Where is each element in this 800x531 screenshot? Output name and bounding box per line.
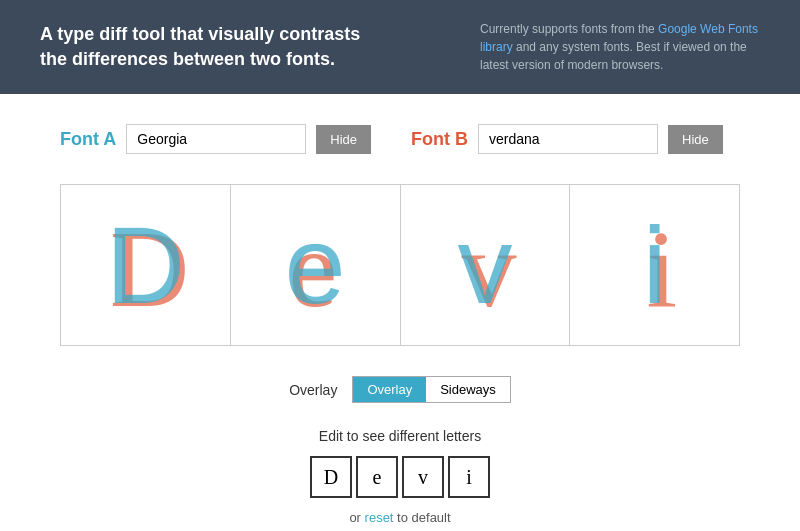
preview-cell-d: D D [61,185,231,345]
letter-v-front: v [457,203,512,326]
google-fonts-link[interactable]: Google Web Fonts library [480,22,758,54]
font-a-group: Font A Hide [60,124,371,154]
reset-line: or reset to default [349,510,450,525]
font-a-hide-button[interactable]: Hide [316,125,371,154]
edit-inputs-row [310,456,490,498]
font-a-input[interactable] [126,124,306,154]
letter-d-front: D [106,203,185,326]
header-title: A type diff tool that visually contrasts… [40,22,360,72]
reset-prefix: or [349,510,361,525]
font-b-input[interactable] [478,124,658,154]
font-inputs-row: Font A Hide Font B Hide [60,124,740,154]
view-toggle: Overlay Sideways [352,376,510,403]
font-a-label: Font A [60,129,116,150]
preview-area: D D e e v v i i [60,184,740,346]
main-content: Font A Hide Font B Hide D D e e v v [0,94,800,531]
edit-section: Edit to see different letters or reset t… [60,428,740,525]
font-b-hide-button[interactable]: Hide [668,125,723,154]
edit-label: Edit to see different letters [319,428,481,444]
letter-i-overlay: i i [642,210,666,320]
view-controls: Overlay Overlay Sideways [60,376,740,403]
letter-v-overlay: v v [457,210,512,320]
header-description: Currently supports fonts from the Google… [480,20,760,74]
preview-cell-v: v v [401,185,571,345]
font-b-label: Font B [411,129,468,150]
overlay-option[interactable]: Overlay [353,377,426,402]
preview-cell-i: i i [570,185,739,345]
preview-cell-e: e e [231,185,401,345]
edit-input-e[interactable] [356,456,398,498]
font-b-group: Font B Hide [411,124,723,154]
reset-suffix: to default [397,510,451,525]
header: A type diff tool that visually contrasts… [0,0,800,94]
edit-input-i[interactable] [448,456,490,498]
overlay-label: Overlay [289,382,337,398]
letter-d-overlay: D D [106,210,185,320]
edit-input-d[interactable] [310,456,352,498]
reset-link[interactable]: reset [365,510,394,525]
edit-input-v[interactable] [402,456,444,498]
sideways-option[interactable]: Sideways [426,377,510,402]
letter-e-front: e [285,203,346,326]
letter-i-front: i [642,203,666,326]
letter-e-overlay: e e [285,210,346,320]
